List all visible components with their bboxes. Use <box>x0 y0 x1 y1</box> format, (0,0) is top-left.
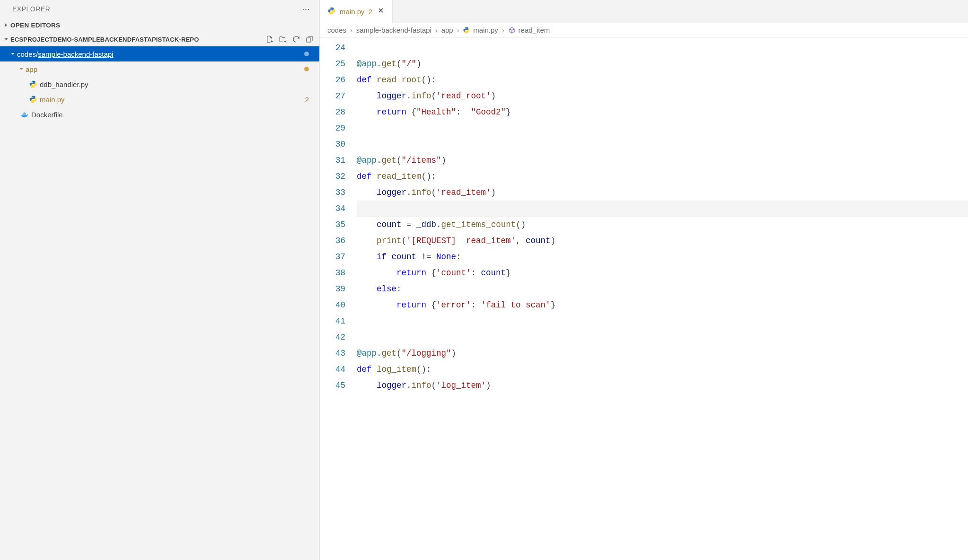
method-icon <box>508 26 516 34</box>
folder-codes-sample-backend-fastapi[interactable]: codes / sample-backend-fastapi <box>0 46 319 61</box>
line-number-gutter: 2425262728293031323334353637383940414243… <box>320 38 357 560</box>
code-line[interactable]: @app.get("/logging") <box>357 345 968 361</box>
file-main-badge: 2 <box>305 96 309 104</box>
line-number: 31 <box>320 152 345 168</box>
explorer-sidebar: EXPLORER ··· OPEN EDITORS ECSPROJECTDEMO… <box>0 0 320 560</box>
code-line[interactable]: return {"Health": "Good2"} <box>357 104 968 120</box>
chevron-right-icon: › <box>350 26 352 34</box>
new-file-icon[interactable] <box>265 35 274 44</box>
line-number: 28 <box>320 104 345 120</box>
open-editors-section[interactable]: OPEN EDITORS <box>0 18 319 32</box>
breadcrumb: codes › sample-backend-fastapi › app › m… <box>320 23 968 38</box>
line-number: 26 <box>320 72 345 88</box>
code-line[interactable]: def log_item(): <box>357 361 968 377</box>
python-icon <box>28 95 38 104</box>
file-main[interactable]: main.py 2 <box>0 92 319 107</box>
code-line[interactable] <box>357 40 968 56</box>
code-line[interactable] <box>357 313 968 329</box>
python-icon <box>327 7 336 17</box>
line-number: 33 <box>320 184 345 201</box>
close-icon[interactable] <box>376 7 386 17</box>
tab-bar: main.py 2 <box>320 0 968 23</box>
code-line[interactable]: return {'error': 'fail to scan'} <box>357 297 968 313</box>
chevron-down-icon <box>2 36 10 43</box>
breadcrumb-app[interactable]: app <box>441 26 453 34</box>
svg-point-5 <box>333 13 333 13</box>
line-number: 25 <box>320 56 345 72</box>
code-line[interactable] <box>357 136 968 152</box>
line-number: 34 <box>320 201 345 217</box>
code-line[interactable]: if count != None: <box>357 249 968 265</box>
code-line[interactable]: @app.get("/") <box>357 56 968 72</box>
chevron-down-icon <box>9 51 17 57</box>
chevron-right-icon: › <box>435 26 438 34</box>
line-number: 44 <box>320 361 345 377</box>
code-content[interactable]: @app.get("/")def read_root(): logger.inf… <box>357 38 968 560</box>
breadcrumb-sample-backend-fastapi[interactable]: sample-backend-fastapi <box>356 26 431 34</box>
line-number: 41 <box>320 313 345 329</box>
code-line[interactable]: print('[REQUEST] read_item', count) <box>357 233 968 249</box>
file-main-label: main.py <box>40 96 65 104</box>
open-editors-label: OPEN EDITORS <box>10 22 60 29</box>
code-line[interactable]: def read_item(): <box>357 168 968 184</box>
code-line[interactable]: logger.info('read_item') <box>357 184 968 201</box>
modified-dot-icon <box>304 52 309 56</box>
workspace-header[interactable]: ECSPROJECTDEMO-SAMPLEBACKENDFASTAPISTACK… <box>0 32 319 46</box>
tab-label: main.py <box>340 8 365 16</box>
code-line[interactable]: logger.info('log_item') <box>357 377 968 394</box>
collapse-all-icon[interactable] <box>305 35 314 44</box>
code-line[interactable] <box>357 201 968 217</box>
svg-point-1 <box>34 87 35 87</box>
line-number: 29 <box>320 120 345 136</box>
explorer-header: EXPLORER ··· <box>0 0 319 18</box>
new-folder-icon[interactable] <box>279 35 287 44</box>
svg-point-4 <box>330 8 331 8</box>
line-number: 38 <box>320 265 345 281</box>
code-line[interactable]: else: <box>357 281 968 297</box>
code-line[interactable]: count = _ddb.get_items_count() <box>357 217 968 233</box>
line-number: 35 <box>320 217 345 233</box>
chevron-right-icon <box>2 22 10 28</box>
tab-badge: 2 <box>369 8 372 16</box>
code-line[interactable]: def read_root(): <box>357 72 968 88</box>
folder-app-label: app <box>26 65 37 73</box>
folder-name: sample-backend-fastapi <box>38 50 113 58</box>
code-line[interactable] <box>357 120 968 136</box>
tab-main-py[interactable]: main.py 2 <box>320 0 393 23</box>
chevron-right-icon: › <box>457 26 459 34</box>
breadcrumb-read-item[interactable]: read_item <box>508 26 550 34</box>
explorer-title: EXPLORER <box>12 5 50 13</box>
chevron-right-icon: › <box>502 26 504 34</box>
file-dockerfile[interactable]: Dockerfile <box>0 107 319 122</box>
workspace-actions <box>265 35 316 44</box>
code-line[interactable]: return {'count': count} <box>357 265 968 281</box>
refresh-icon[interactable] <box>292 35 300 44</box>
breadcrumb-codes[interactable]: codes <box>327 26 346 34</box>
svg-point-2 <box>32 96 32 97</box>
docker-icon <box>20 110 29 119</box>
explorer-more-icon[interactable]: ··· <box>298 4 314 14</box>
line-number: 30 <box>320 136 345 152</box>
line-number: 32 <box>320 168 345 184</box>
file-ddb-handler[interactable]: ddb_handler.py <box>0 77 319 92</box>
workspace-name: ECSPROJECTDEMO-SAMPLEBACKENDFASTAPISTACK… <box>10 36 199 43</box>
python-icon <box>463 26 470 34</box>
code-line[interactable]: logger.info('read_root') <box>357 88 968 104</box>
folder-prefix: codes <box>17 50 36 58</box>
line-number: 24 <box>320 40 345 56</box>
line-number: 27 <box>320 88 345 104</box>
chevron-down-icon <box>17 66 26 72</box>
breadcrumb-main-py[interactable]: main.py <box>463 26 498 34</box>
editor-pane: main.py 2 codes › sample-backend-fastapi… <box>320 0 968 560</box>
svg-point-3 <box>34 102 35 102</box>
line-number: 43 <box>320 345 345 361</box>
line-number: 37 <box>320 249 345 265</box>
code-line[interactable]: @app.get("/items") <box>357 152 968 168</box>
code-line[interactable] <box>357 329 968 345</box>
python-icon <box>28 80 38 88</box>
folder-app[interactable]: app <box>0 61 319 77</box>
svg-point-0 <box>32 81 32 82</box>
file-dockerfile-label: Dockerfile <box>31 111 63 119</box>
code-editor[interactable]: 2425262728293031323334353637383940414243… <box>320 38 968 560</box>
file-ddb-handler-label: ddb_handler.py <box>40 80 88 88</box>
